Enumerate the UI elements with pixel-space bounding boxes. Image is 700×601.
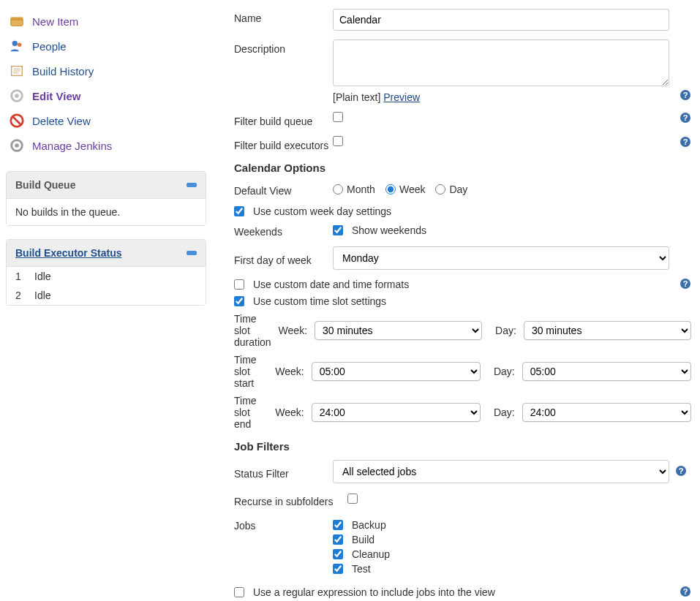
help-icon[interactable]: ? — [680, 112, 691, 126]
job-label: Cleanup — [352, 548, 390, 560]
nav-people[interactable]: People — [6, 34, 206, 58]
nav-label: New Item — [32, 15, 78, 28]
gear-icon — [9, 88, 25, 104]
build-queue-header: Build Queue — [7, 172, 206, 199]
nav-label: People — [32, 40, 67, 53]
use-regex-label: Use a regular expression to include jobs… — [253, 586, 495, 598]
timeslot-end-label: Time slot end — [234, 395, 268, 430]
use-custom-timeslot-label: Use custom time slot settings — [253, 295, 386, 307]
day-label: Day: — [494, 366, 515, 377]
main-form: Name Description [Plain text] Preview ? … — [212, 0, 700, 601]
description-textarea[interactable] — [333, 39, 669, 86]
svg-point-3 — [18, 42, 21, 47]
timeslot-start-label: Time slot start — [234, 354, 268, 389]
first-day-label: First day of week — [234, 251, 333, 266]
jobs-label: Jobs — [234, 516, 333, 532]
help-icon[interactable]: ? — [680, 586, 691, 600]
week-label: Week: — [275, 366, 304, 377]
job-backup-checkbox[interactable] — [333, 520, 343, 530]
nav-manage-jenkins[interactable]: Manage Jenkins — [6, 133, 206, 158]
svg-text:?: ? — [679, 466, 684, 475]
help-icon[interactable]: ? — [675, 465, 687, 479]
help-icon[interactable]: ? — [680, 89, 691, 103]
use-custom-weekday-checkbox[interactable] — [234, 206, 244, 216]
executor-header: Build Executor Status — [7, 240, 206, 267]
job-label: Build — [352, 534, 375, 545]
status-filter-label: Status Filter — [234, 464, 333, 480]
radio-day[interactable]: Day — [435, 184, 467, 195]
build-queue-title: Build Queue — [15, 179, 75, 191]
use-custom-timeslot-checkbox[interactable] — [234, 296, 244, 306]
executor-title-link[interactable]: Build Executor Status — [15, 247, 121, 259]
svg-point-2 — [12, 41, 18, 46]
job-build-checkbox[interactable] — [333, 534, 343, 545]
duration-day-select[interactable]: 30 minutes — [524, 321, 691, 340]
executor-status: Idle — [34, 271, 51, 282]
new-item-icon — [9, 13, 25, 29]
nav-label: Build History — [32, 65, 94, 78]
radio-month[interactable]: Month — [333, 184, 375, 195]
nav-new-item[interactable]: New Item — [6, 9, 206, 34]
calendar-options-title: Calendar Options — [234, 162, 691, 174]
build-queue-panel: Build Queue No builds in the queue. — [6, 171, 206, 226]
start-week-select[interactable]: 05:00 — [312, 362, 481, 381]
delete-icon — [9, 113, 25, 129]
radio-week[interactable]: Week — [385, 184, 426, 195]
start-day-select[interactable]: 05:00 — [522, 362, 691, 381]
collapse-icon[interactable] — [187, 183, 197, 187]
executor-num: 1 — [15, 271, 24, 282]
collapse-icon[interactable] — [187, 251, 197, 255]
job-cleanup-checkbox[interactable] — [333, 549, 343, 559]
plain-text-label: [Plain text] — [333, 91, 380, 103]
nav-edit-view[interactable]: Edit View — [6, 83, 206, 108]
nav-label: Delete View — [32, 115, 91, 127]
nav-build-history[interactable]: Build History — [6, 58, 206, 83]
end-day-select[interactable]: 24:00 — [522, 403, 691, 422]
use-custom-weekday-label: Use custom week day settings — [253, 205, 391, 217]
week-label: Week: — [279, 325, 307, 336]
build-queue-empty: No builds in the queue. — [7, 199, 206, 225]
job-label: Test — [352, 563, 371, 575]
help-icon[interactable]: ? — [680, 278, 691, 292]
executor-row: 2 Idle — [7, 286, 206, 305]
svg-text:?: ? — [683, 137, 688, 146]
svg-point-13 — [15, 143, 19, 148]
status-filter-select[interactable]: All selected jobs — [333, 460, 669, 483]
sidebar: New Item People Build History Edit View … — [0, 0, 212, 601]
svg-text:?: ? — [683, 113, 688, 122]
executor-status: Idle — [34, 290, 51, 301]
nav-label: Manage Jenkins — [32, 140, 112, 152]
radio-week-label: Week — [399, 184, 426, 195]
filter-build-queue-checkbox[interactable] — [333, 112, 343, 122]
build-history-icon — [9, 63, 25, 79]
timeslot-duration-label: Time slot duration — [234, 313, 271, 348]
end-week-select[interactable]: 24:00 — [312, 403, 481, 422]
executor-panel: Build Executor Status 1 Idle 2 Idle — [6, 239, 206, 306]
job-test-checkbox[interactable] — [333, 564, 343, 574]
name-input[interactable] — [333, 9, 669, 31]
use-custom-date-checkbox[interactable] — [234, 279, 244, 290]
nav-delete-view[interactable]: Delete View — [6, 108, 206, 133]
show-weekends-label: Show weekends — [352, 224, 426, 236]
help-icon[interactable]: ? — [680, 136, 691, 150]
job-label: Backup — [352, 519, 386, 531]
weekends-label: Weekends — [234, 222, 333, 238]
use-regex-checkbox[interactable] — [234, 587, 244, 597]
svg-text:?: ? — [683, 279, 688, 288]
preview-link[interactable]: Preview — [383, 91, 420, 103]
svg-point-9 — [15, 94, 19, 98]
day-label: Day: — [495, 325, 516, 336]
manage-icon — [9, 137, 25, 154]
people-icon — [9, 38, 25, 54]
use-custom-date-label: Use custom date and time formats — [253, 279, 409, 290]
show-weekends-checkbox[interactable] — [333, 225, 343, 235]
description-label: Description — [234, 39, 333, 55]
recurse-label: Recurse in subfolders — [234, 492, 347, 507]
filter-build-executors-checkbox[interactable] — [333, 136, 343, 146]
radio-day-label: Day — [449, 184, 467, 195]
first-day-select[interactable]: Monday — [333, 246, 669, 270]
filter-build-executors-label: Filter build executors — [234, 136, 333, 151]
duration-week-select[interactable]: 30 minutes — [315, 321, 482, 340]
radio-month-label: Month — [347, 184, 375, 195]
recurse-checkbox[interactable] — [347, 494, 358, 504]
